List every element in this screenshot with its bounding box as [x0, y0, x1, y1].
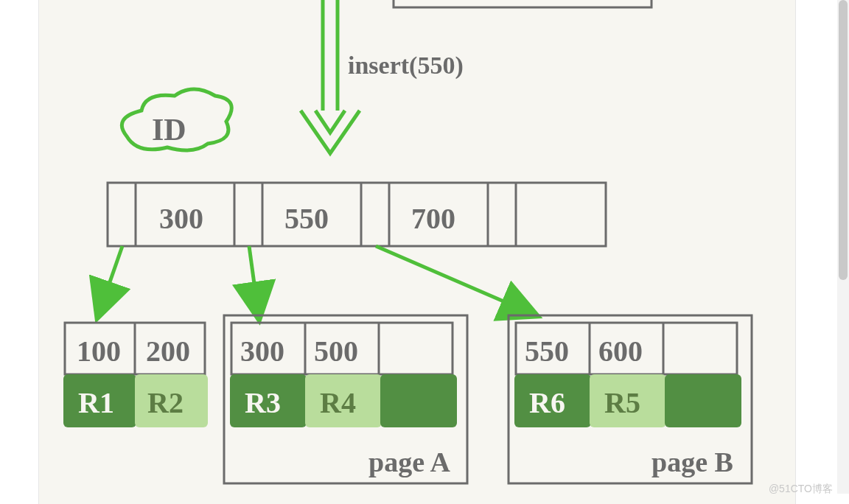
leaf3-key-0: 550	[525, 335, 569, 368]
index-key-2: 700	[411, 202, 455, 235]
id-cloud-icon: ID	[122, 89, 231, 150]
leaf1-row-1: R2	[147, 386, 184, 419]
leaf-2: 300 500 R3 R4 page A	[224, 315, 467, 483]
leaf-3: 550 600 R6 R5 page B	[509, 315, 752, 483]
operation-label: insert(550)	[348, 52, 464, 80]
watermark: @51CTO博客	[769, 483, 833, 495]
leaf2-key-1: 500	[314, 335, 358, 368]
leaf3-row-1: R5	[604, 386, 640, 419]
leaf2-page-label: page A	[368, 447, 450, 477]
svg-rect-20	[380, 374, 457, 427]
arrow-to-leaf3	[376, 246, 529, 312]
leaf2-row-1: R4	[320, 386, 356, 419]
leaf2-key-0: 300	[240, 335, 284, 368]
leaf3-page-label: page B	[651, 447, 733, 477]
top-page-fragment	[394, 0, 651, 7]
arrow-to-leaf1	[100, 246, 122, 309]
leaf-1: 100 200 R1 R2	[63, 323, 208, 427]
leaf3-key-1: 600	[598, 335, 643, 368]
svg-rect-26	[665, 374, 741, 427]
svg-rect-2	[394, 0, 651, 7]
index-key-0: 300	[159, 202, 203, 235]
leaf1-key-1: 200	[146, 335, 190, 368]
diagram-svg: insert(550) ID 300 550 700	[0, 0, 849, 504]
leaf2-row-0: R3	[245, 386, 281, 419]
leaf3-row-0: R6	[529, 386, 565, 419]
id-label: ID	[152, 113, 186, 147]
index-key-1: 550	[284, 202, 329, 235]
leaf1-key-0: 100	[77, 335, 121, 368]
arrow-to-leaf2	[249, 246, 258, 311]
leaf1-row-0: R1	[78, 386, 114, 419]
